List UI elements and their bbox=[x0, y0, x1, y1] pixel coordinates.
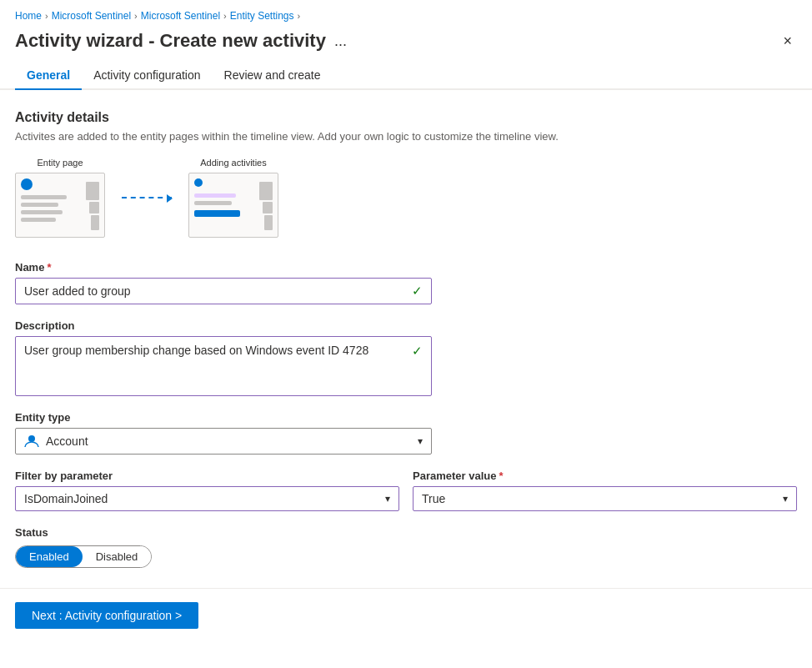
name-field-group: Name * User added to group ✓ bbox=[15, 261, 797, 304]
account-icon bbox=[24, 434, 39, 449]
description-label: Description bbox=[15, 319, 797, 332]
mock-line-3 bbox=[21, 210, 63, 214]
filter-by-param-value: IsDomainJoined bbox=[24, 492, 108, 505]
mock-line-4 bbox=[21, 218, 56, 222]
description-input[interactable]: User group membership change based on Wi… bbox=[15, 336, 432, 396]
filter-by-param-label: Filter by parameter bbox=[15, 470, 399, 482]
mock-bar-a2 bbox=[263, 202, 273, 213]
mock-line-a1 bbox=[194, 193, 236, 198]
parameter-value-col: Parameter value * True ▾ bbox=[413, 470, 797, 511]
breadcrumb-entity-settings[interactable]: Entity Settings bbox=[230, 10, 294, 22]
filter-by-param-select[interactable]: IsDomainJoined ▾ bbox=[15, 486, 399, 511]
arrow-illustration bbox=[122, 197, 172, 198]
param-value-required: * bbox=[499, 470, 503, 482]
breadcrumb-sentinel2[interactable]: Microsoft Sentinel bbox=[141, 10, 220, 22]
tab-review-create[interactable]: Review and create bbox=[213, 62, 333, 90]
name-required: * bbox=[47, 261, 51, 274]
mock-highlight-bar bbox=[194, 210, 240, 217]
entity-page-mock bbox=[15, 173, 105, 238]
filter-row: Filter by parameter IsDomainJoined ▾ Par… bbox=[15, 470, 797, 511]
param-value-chevron: ▾ bbox=[783, 493, 788, 505]
parameter-value-select[interactable]: True ▾ bbox=[413, 486, 797, 511]
breadcrumb-sep-2: › bbox=[134, 11, 138, 21]
mock-line-a2 bbox=[194, 201, 232, 205]
entity-type-select[interactable]: Account ▾ bbox=[15, 428, 432, 455]
entity-type-left: Account bbox=[24, 434, 88, 449]
breadcrumb-sep-3: › bbox=[223, 11, 227, 21]
adding-activities-illustration: Adding activities bbox=[188, 158, 278, 238]
mock-bar-a3 bbox=[264, 215, 273, 230]
parameter-value-text: True bbox=[422, 492, 445, 505]
adding-activities-label: Adding activities bbox=[200, 158, 267, 168]
dashed-arrow bbox=[122, 197, 172, 198]
filter-by-param-chevron: ▾ bbox=[385, 493, 390, 505]
status-section: Status Enabled Disabled bbox=[15, 526, 797, 568]
entity-type-field-group: Entity type Account ▾ bbox=[15, 411, 797, 455]
breadcrumb-sentinel1[interactable]: Microsoft Sentinel bbox=[52, 10, 131, 22]
close-button[interactable]: × bbox=[778, 31, 797, 52]
status-label: Status bbox=[15, 526, 797, 539]
status-toggle-group: Enabled Disabled bbox=[15, 545, 152, 568]
mock-bar-3 bbox=[91, 215, 99, 230]
more-options-icon[interactable]: ... bbox=[334, 33, 347, 50]
description-value: User group membership change based on Wi… bbox=[24, 344, 412, 357]
entity-page-illustration: Entity page bbox=[15, 158, 105, 238]
mock-icon-entity bbox=[21, 178, 33, 190]
description-field-group: Description User group membership change… bbox=[15, 319, 797, 396]
mock-bar-a1 bbox=[259, 182, 273, 200]
name-value: User added to group bbox=[24, 284, 131, 298]
entity-type-label: Entity type bbox=[15, 411, 797, 424]
mock-line-2 bbox=[21, 203, 58, 207]
mock-bars-entity bbox=[84, 182, 99, 230]
tab-general[interactable]: General bbox=[15, 62, 82, 90]
breadcrumb-sep-1: › bbox=[45, 11, 48, 21]
status-enabled-button[interactable]: Enabled bbox=[16, 546, 83, 567]
status-disabled-button[interactable]: Disabled bbox=[83, 546, 152, 567]
entity-page-label: Entity page bbox=[37, 158, 83, 168]
tab-activity-configuration[interactable]: Activity configuration bbox=[82, 62, 212, 90]
breadcrumb-home[interactable]: Home bbox=[15, 10, 42, 22]
name-input[interactable]: User added to group ✓ bbox=[15, 278, 432, 304]
name-check-icon: ✓ bbox=[412, 284, 423, 299]
mock-bar-2 bbox=[89, 202, 99, 213]
tabs: General Activity configuration Review an… bbox=[0, 62, 812, 90]
page-header: Activity wizard - Create new activity ..… bbox=[0, 27, 812, 62]
breadcrumb-sep-4: › bbox=[298, 11, 301, 21]
section-title: Activity details bbox=[15, 110, 797, 125]
breadcrumb: Home › Microsoft Sentinel › Microsoft Se… bbox=[0, 0, 812, 27]
parameter-value-label: Parameter value * bbox=[413, 470, 797, 482]
page-title: Activity wizard - Create new activity bbox=[15, 30, 326, 52]
illustration: Entity page Adding bbox=[15, 158, 797, 238]
filter-by-param-col: Filter by parameter IsDomainJoined ▾ bbox=[15, 470, 399, 511]
activity-details-section: Activity details Activites are added to … bbox=[15, 110, 797, 143]
adding-activities-mock bbox=[188, 173, 278, 238]
section-description: Activites are added to the entity pages … bbox=[15, 130, 797, 143]
svg-point-0 bbox=[28, 435, 35, 442]
name-label: Name * bbox=[15, 261, 797, 274]
footer: Next : Activity configuration > bbox=[0, 589, 812, 642]
mock-bars-activities bbox=[258, 182, 273, 230]
entity-type-value: Account bbox=[46, 434, 88, 448]
mock-line-1 bbox=[21, 195, 67, 199]
entity-type-chevron: ▾ bbox=[418, 435, 423, 447]
main-content: Activity details Activites are added to … bbox=[0, 90, 812, 568]
next-activity-configuration-button[interactable]: Next : Activity configuration > bbox=[15, 602, 198, 629]
mock-bar-1 bbox=[86, 182, 99, 200]
description-check-icon: ✓ bbox=[412, 344, 423, 359]
mock-icon-activities bbox=[194, 178, 203, 187]
